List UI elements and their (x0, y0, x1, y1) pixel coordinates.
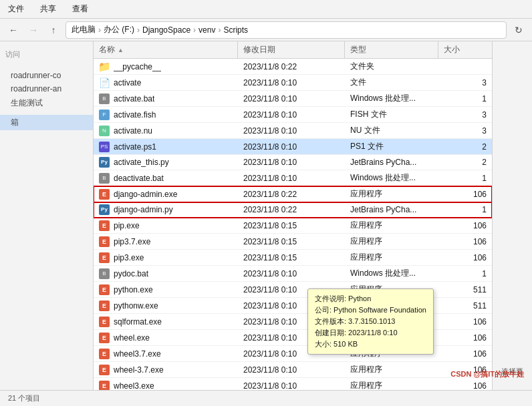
sort-arrow-name: ▲ (118, 47, 124, 53)
file-icon: E (99, 236, 110, 247)
tooltip-size: 大小: 510 KB (315, 339, 426, 350)
table-row[interactable]: B deactivate.bat 2023/11/8 0:10 Windows … (94, 170, 492, 186)
file-name-cell: E pythonw.exe (94, 298, 238, 313)
file-name-cell: Py activate_this.py (94, 155, 238, 170)
file-label: pip3.7.exe (114, 237, 150, 246)
file-label: python.exe (114, 285, 153, 294)
file-icon: 📁 (99, 61, 110, 72)
file-type: 应用程序 (345, 186, 438, 202)
file-icon: E (99, 189, 110, 200)
file-name-cell: E pip3.7.exe (94, 234, 238, 249)
sidebar: 访问 roadrunner-co roadrunner-an 生能测试 箱 (0, 41, 94, 390)
table-row[interactable]: B pydoc.bat 2023/11/8 0:10 Windows 批处理..… (94, 266, 492, 282)
table-row[interactable]: E pip.exe 2023/11/8 0:15 应用程序 106 (94, 218, 492, 234)
file-icon: E (99, 300, 110, 311)
file-size: 106 (438, 186, 492, 202)
file-icon: B (99, 173, 110, 184)
table-row[interactable]: B activate.bat 2023/11/8 0:10 Windows 批处… (94, 91, 492, 107)
sidebar-item-roadrunner-co[interactable]: roadrunner-co (0, 69, 93, 82)
table-row[interactable]: PS activate.ps1 2023/11/8 0:10 PS1 文件 2 (94, 139, 492, 155)
col-header-type[interactable]: 类型 (345, 41, 438, 58)
file-name-cell: B activate.bat (94, 91, 238, 106)
table-row[interactable]: F activate.fish 2023/11/8 0:10 FISH 文件 3 (94, 107, 492, 123)
file-size: 1 (438, 91, 492, 106)
tooltip-label: 文件说明: Python (315, 293, 426, 304)
up-button[interactable]: ↑ (45, 22, 61, 38)
sidebar-item-test[interactable]: 生能测试 (0, 95, 93, 111)
path-segment-1[interactable]: 办公 (F:) (104, 24, 134, 35)
file-size: 106 (438, 250, 492, 265)
file-icon: E (99, 365, 110, 375)
sidebar-section-access: 访问 (0, 47, 93, 61)
file-date: 2023/11/8 0:10 (238, 107, 345, 122)
file-icon: E (99, 381, 110, 391)
path-segment-2[interactable]: DjangoSpace (142, 25, 190, 35)
file-date: 2023/11/8 0:10 (238, 266, 345, 281)
path-segment-4[interactable]: Scripts (223, 25, 248, 35)
file-label: activate.fish (114, 110, 156, 120)
table-row[interactable]: Py activate_this.py 2023/11/8 0:10 JetBr… (94, 155, 492, 170)
table-row[interactable]: E django-admin.exe 2023/11/8 0:22 应用程序 1… (94, 186, 492, 202)
file-label: pythonw.exe (114, 301, 158, 311)
path-sep-0: › (98, 25, 101, 35)
file-name-cell: N activate.nu (94, 123, 238, 138)
file-size: 511 (438, 298, 492, 313)
file-type: NU 文件 (345, 123, 438, 138)
file-label: pip3.exe (114, 253, 144, 262)
file-name-cell: B pydoc.bat (94, 266, 238, 281)
file-label: wheel3.7.exe (114, 349, 161, 359)
file-size: 106 (438, 314, 492, 329)
file-size: 2 (438, 139, 492, 154)
toolbar-view-btn[interactable]: 查看 (70, 2, 91, 16)
table-row[interactable]: E pip3.exe 2023/11/8 0:15 应用程序 106 (94, 250, 492, 266)
file-icon: E (99, 284, 110, 295)
toolbar-file-btn[interactable]: 文件 (5, 2, 27, 16)
file-size: 1 (438, 202, 492, 217)
status-item-count: 21 个项目 (8, 393, 40, 403)
file-date: 2023/11/8 0:10 (238, 123, 345, 138)
file-icon: 📄 (99, 77, 110, 88)
file-label: wheel-3.7.exe (114, 365, 164, 375)
file-area: 名称 ▲ 修改日期 类型 大小 📁 __pycache__ 2023/11/8 … (94, 41, 492, 390)
table-row[interactable]: E wheel3.exe 2023/11/8 0:10 应用程序 106 (94, 378, 492, 390)
file-size: 1 (438, 266, 492, 281)
file-name-cell: E wheel3.exe (94, 378, 238, 390)
table-row[interactable]: 📁 __pycache__ 2023/11/8 0:22 文件夹 (94, 59, 492, 75)
file-icon: E (99, 220, 110, 231)
toolbar: 文件 共享 查看 (0, 0, 532, 19)
file-name-cell: 📄 activate (94, 75, 238, 90)
file-icon: E (99, 252, 110, 263)
file-type: JetBrains PyCha... (345, 202, 438, 217)
watermark: CSDN @搞IT的放牛娃 (450, 369, 524, 379)
file-icon: B (99, 93, 110, 104)
table-row[interactable]: N activate.nu 2023/11/8 0:10 NU 文件 3 (94, 123, 492, 139)
forward-button[interactable]: → (25, 22, 41, 38)
col-header-size[interactable]: 大小 (438, 41, 492, 58)
refresh-button[interactable]: ↻ (511, 22, 527, 38)
file-icon: N (99, 126, 110, 136)
table-row[interactable]: Py django-admin.py 2023/11/8 0:22 JetBra… (94, 202, 492, 218)
col-header-date[interactable]: 修改日期 (238, 41, 345, 58)
file-label: activate_this.py (114, 158, 169, 167)
file-date: 2023/11/8 0:15 (238, 250, 345, 265)
path-sep-2: › (193, 25, 196, 35)
file-icon: Py (99, 157, 110, 168)
file-name-cell: B deactivate.bat (94, 170, 238, 186)
tooltip-box: 文件说明: Python 公司: Python Software Foundat… (307, 288, 434, 355)
file-size: 106 (438, 218, 492, 233)
file-type: Windows 批处理... (345, 170, 438, 186)
back-button[interactable]: ← (5, 22, 21, 38)
path-sep-1: › (137, 25, 140, 35)
address-path[interactable]: 此电脑 › 办公 (F:) › DjangoSpace › venv › Scr… (65, 21, 507, 39)
file-label: wheel3.exe (114, 381, 154, 391)
path-segment-0[interactable]: 此电脑 (72, 24, 96, 35)
file-size: 106 (438, 346, 492, 361)
table-row[interactable]: E wheel-3.7.exe 2023/11/8 0:10 应用程序 106 (94, 362, 492, 378)
table-row[interactable]: E pip3.7.exe 2023/11/8 0:15 应用程序 106 (94, 234, 492, 250)
sidebar-item-box[interactable]: 箱 (0, 115, 93, 130)
sidebar-item-roadrunner-an[interactable]: roadrunner-an (0, 82, 93, 95)
toolbar-share-btn[interactable]: 共享 (37, 2, 59, 16)
col-header-name[interactable]: 名称 ▲ (94, 41, 238, 58)
path-segment-3[interactable]: venv (198, 25, 215, 35)
table-row[interactable]: 📄 activate 2023/11/8 0:10 文件 3 (94, 75, 492, 91)
